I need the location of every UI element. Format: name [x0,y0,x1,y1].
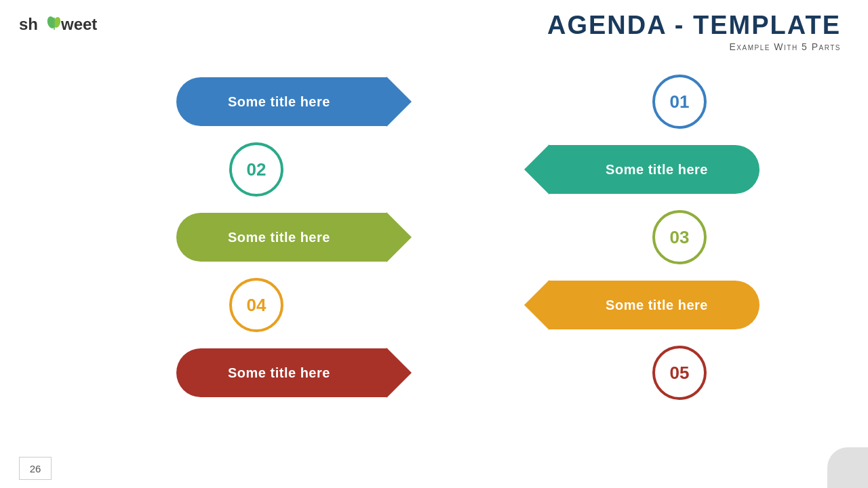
bottom-decoration [827,447,868,488]
item-1-label: Some title here [201,94,330,110]
circle-5: 05 [652,346,707,400]
page-number: 26 [19,457,52,480]
item-5-label: Some title here [201,365,330,381]
pill-2: Some title here [549,145,760,194]
item-4-label: Some title here [549,298,735,313]
agenda-item-3: Some title here 03 [176,203,651,271]
circle-3: 03 [652,210,707,264]
page-subtitle: Example With 5 Parts [547,41,841,52]
pill-5: Some title here [176,348,387,397]
circle-1: 01 [652,75,707,129]
logo-svg: sh weet [19,12,107,37]
svg-text:weet: weet [60,15,97,33]
svg-text:sh: sh [19,15,38,33]
number-3: 03 [670,227,690,248]
agenda-container: Some title here 01 02 Some title here So… [0,68,868,407]
brand-logo: sh weet [19,12,107,37]
number-2: 02 [247,159,267,180]
agenda-item-5: Some title here 05 [176,339,651,407]
circle-2: 02 [229,142,283,197]
agenda-item-2: 02 Some title here [285,136,760,203]
item-2-label: Some title here [549,162,735,178]
pill-4: Some title here [549,281,760,329]
pill-1: Some title here [176,77,387,126]
number-1: 01 [670,92,690,113]
agenda-item-1: Some title here 01 [176,68,651,136]
page-title: Agenda - Template [547,11,841,40]
item-3-label: Some title here [201,230,330,245]
number-5: 05 [670,363,690,384]
number-4: 04 [247,295,267,316]
circle-4: 04 [229,278,283,332]
agenda-item-4: 04 Some title here [285,271,760,339]
page-header: Agenda - Template Example With 5 Parts [547,11,841,52]
pill-3: Some title here [176,213,387,262]
